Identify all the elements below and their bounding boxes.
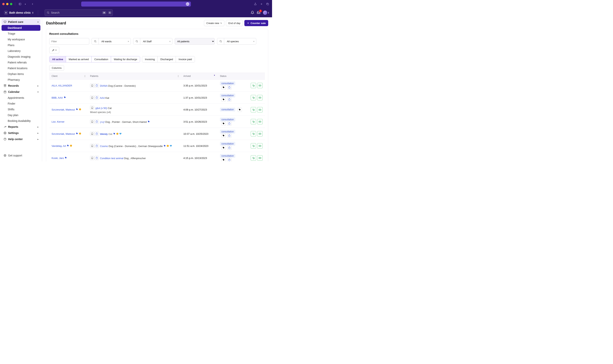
client-link[interactable]: Szczesniak, Mateusz (52, 132, 75, 135)
nav-group-records[interactable]: Records▸ (1, 83, 41, 89)
nav-item-booking-availability[interactable]: Booking Availability (1, 118, 41, 124)
clear-icon[interactable]: × (168, 40, 172, 43)
book-icon[interactable] (90, 83, 94, 88)
clipboard-icon[interactable] (95, 132, 99, 136)
patient-link[interactable]: Cosmo (100, 145, 108, 148)
share-icon[interactable] (253, 2, 258, 6)
clipboard-button[interactable] (227, 121, 232, 126)
client-link[interactable]: AILA, KILJANDER (52, 84, 72, 87)
nav-item-dashboard[interactable]: Dashboard (1, 25, 41, 31)
species-combo[interactable]: All species × (217, 38, 256, 45)
client-link[interactable]: Koski, Jaro (52, 157, 64, 159)
nav-get-support[interactable]: Get support (1, 153, 41, 158)
tag-button[interactable] (221, 134, 226, 138)
status-tab-waiting-for-discharge[interactable]: Waiting for discharge (111, 56, 140, 62)
clear-icon[interactable]: × (251, 40, 256, 43)
payment-button[interactable] (257, 119, 263, 124)
status-tab-all-active[interactable]: All active (49, 56, 66, 62)
stethoscope-button[interactable] (251, 143, 256, 149)
omnibox-menu-icon[interactable]: ••• (186, 2, 189, 6)
clipboard-icon[interactable] (95, 95, 99, 100)
sidebar-toggle-icon[interactable] (18, 2, 22, 6)
chevron-down-icon[interactable]: ▾ (24, 2, 27, 6)
nav-item-finder[interactable]: Finder (1, 101, 41, 106)
nav-group-calendar[interactable]: Calendar▾ (1, 89, 41, 95)
payment-button[interactable] (257, 83, 263, 88)
clear-icon[interactable]: × (126, 40, 131, 43)
patient-link[interactable]: AAA (100, 96, 105, 99)
client-link[interactable]: BBB, AAA (52, 96, 63, 99)
filter-input[interactable] (49, 38, 89, 45)
stethoscope-button[interactable] (251, 131, 256, 136)
nav-item-laboratory[interactable]: Laboratory (1, 48, 41, 54)
tag-button[interactable] (221, 85, 226, 90)
clipboard-icon[interactable] (95, 156, 99, 160)
book-icon[interactable] (90, 95, 94, 100)
clipboard-button[interactable] (227, 97, 232, 102)
nav-item-plans[interactable]: Plans (1, 42, 41, 48)
nav-group-settings[interactable]: Settings▸ (1, 130, 41, 136)
client-link[interactable]: Lior, Kerner (52, 120, 65, 123)
nav-item-shifts[interactable]: Shifts (1, 106, 41, 112)
tabs-icon[interactable] (266, 2, 270, 6)
patient-link[interactable]: DIANA (100, 84, 108, 87)
minimize-window-icon[interactable] (6, 3, 8, 5)
nav-group-help-center[interactable]: Help center▸ (1, 136, 41, 142)
book-icon[interactable] (90, 106, 94, 110)
nav-item-appointments[interactable]: Appointments (1, 95, 41, 101)
nav-item-patient-referrals[interactable]: Patient referrals (1, 60, 41, 65)
nav-item-triage[interactable]: Triage (1, 31, 41, 37)
tag-button[interactable] (221, 146, 226, 150)
nav-item-pharmacy[interactable]: Pharmacy (1, 77, 41, 83)
clipboard-icon[interactable] (95, 144, 99, 148)
payment-button[interactable] (257, 107, 263, 112)
patients-select[interactable]: All patients (175, 38, 215, 45)
omnibox[interactable]: ••• (81, 1, 191, 7)
nav-item-diagnostic-imaging[interactable]: Diagnostic imaging (1, 54, 41, 60)
clipboard-button[interactable] (227, 134, 232, 138)
tag-button[interactable] (238, 108, 242, 112)
clipboard-icon[interactable] (95, 83, 99, 88)
search-input[interactable] (51, 11, 100, 14)
status-tab-consultation[interactable]: Consultation (92, 56, 111, 62)
end-of-day-button[interactable]: End of day (226, 20, 243, 26)
status-tab-marked-as-arrived[interactable]: Marked as arrived (66, 56, 92, 62)
nav-item-day-plan[interactable]: Day plan (1, 112, 41, 118)
col-arrived[interactable]: Arrived ▼ (181, 73, 218, 79)
staff-combo[interactable]: All Staff × (133, 38, 172, 45)
stethoscope-button[interactable] (251, 119, 256, 124)
patient-link[interactable]: Condition test animal (100, 157, 123, 160)
book-icon[interactable] (90, 156, 94, 160)
tag-button[interactable] (221, 158, 226, 161)
payment-button[interactable] (257, 155, 263, 161)
back-icon[interactable] (30, 2, 35, 6)
tag-button[interactable] (221, 121, 226, 126)
stethoscope-button[interactable] (251, 155, 256, 161)
counter-sale-button[interactable]: ＋ Counter sale (244, 20, 268, 26)
status-tab-discharged[interactable]: Discharged (158, 56, 176, 62)
new-tab-icon[interactable] (259, 2, 264, 6)
wards-combo[interactable]: All wards × (92, 38, 131, 45)
patient-link[interactable]: Wendy (100, 133, 108, 135)
col-patients[interactable]: Patients ▴▾ (88, 73, 181, 79)
clipboard-button[interactable] (227, 146, 232, 150)
clipboard-button[interactable] (227, 85, 232, 90)
payment-button[interactable] (257, 131, 263, 136)
col-client[interactable]: Client ▴▾ (49, 73, 88, 79)
nav-item-my-workspace[interactable]: My workspace (1, 37, 41, 42)
create-new-button[interactable]: Create new ⇅ (204, 20, 224, 26)
nav-group-patient-care[interactable]: Patient care▾ (1, 19, 41, 25)
notifications-icon[interactable] (251, 11, 254, 15)
status-tab-invoicing[interactable]: Invoicing (142, 56, 158, 62)
payment-button[interactable] (257, 95, 263, 100)
patient-link[interactable]: קווין (100, 120, 105, 123)
workspace-switcher[interactable]: B Bath demo clinic ▴▾ (3, 10, 35, 15)
client-link[interactable]: Vandelay, Art (52, 144, 66, 147)
book-icon[interactable] (90, 132, 94, 136)
stethoscope-button[interactable] (251, 83, 256, 88)
columns-button[interactable]: Columns (49, 65, 64, 71)
nav-item-orphan-items[interactable]: Orphan items (1, 71, 41, 77)
book-icon[interactable] (90, 144, 94, 148)
clipboard-icon[interactable] (95, 119, 99, 124)
settings-button[interactable]: ▼ (49, 47, 59, 53)
